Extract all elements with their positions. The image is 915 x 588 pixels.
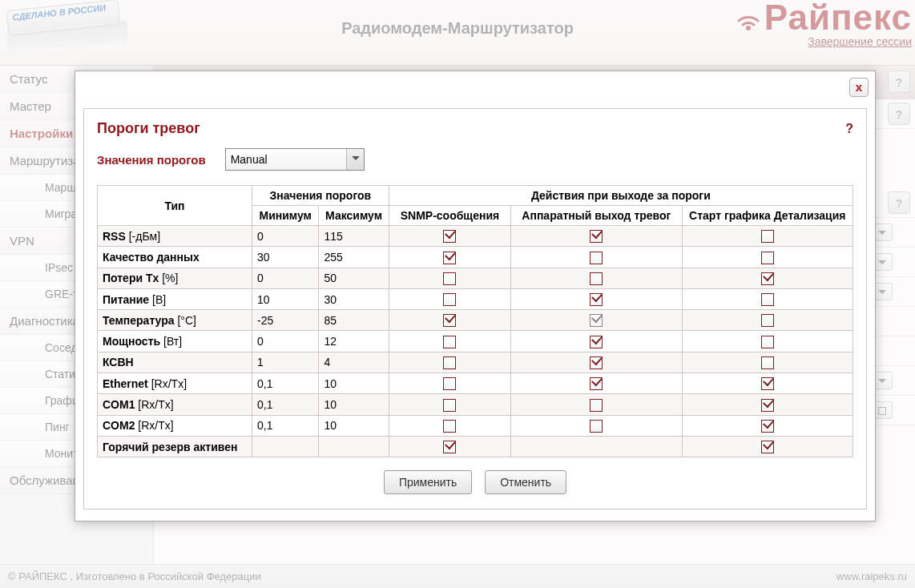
cell-min: 30	[252, 247, 319, 268]
cell-min	[252, 436, 319, 457]
cancel-button[interactable]: Отменить	[485, 470, 566, 494]
checkbox[interactable]	[590, 420, 603, 433]
cell-max: 10	[319, 394, 389, 415]
table-row: RSS [-дБм]0115	[98, 226, 853, 247]
footer-site: www.raipeks.ru	[836, 565, 907, 588]
close-button[interactable]: x	[849, 78, 869, 97]
cell-detail	[682, 394, 853, 415]
close-icon: x	[856, 80, 862, 94]
checkbox[interactable]	[443, 356, 456, 369]
checkbox[interactable]	[443, 420, 456, 433]
cell-snmp	[389, 436, 510, 457]
col-max: Максимум	[319, 206, 389, 226]
checkbox[interactable]	[761, 336, 774, 348]
footer: © РАЙПЕКС , Изготовлено в Российской Фед…	[0, 564, 915, 588]
cell-hw	[511, 268, 682, 288]
checkbox[interactable]	[443, 230, 456, 243]
cell-type: КСВН	[98, 352, 252, 373]
checkbox[interactable]	[761, 230, 774, 243]
checkbox[interactable]	[590, 230, 603, 243]
checkbox[interactable]	[590, 377, 603, 390]
checkbox[interactable]	[443, 252, 456, 264]
checkbox[interactable]	[443, 314, 456, 327]
cell-detail	[682, 310, 853, 331]
cell-type: RSS [-дБм]	[98, 226, 252, 247]
checkbox[interactable]	[443, 272, 456, 285]
help-button[interactable]: ?	[888, 103, 910, 125]
cell-snmp	[389, 268, 510, 288]
checkbox[interactable]	[443, 399, 456, 412]
cell-hw	[511, 247, 682, 268]
cell-max: 12	[319, 331, 389, 352]
cell-type: Ethernet [Rx/Tx]	[98, 373, 252, 394]
cell-detail	[682, 373, 853, 394]
help-button[interactable]: ?	[888, 70, 910, 93]
svg-point-0	[746, 26, 751, 30]
checkbox[interactable]	[590, 314, 603, 327]
cell-hw	[511, 394, 682, 415]
checkbox[interactable]	[443, 377, 456, 390]
cell-hw	[511, 436, 682, 457]
dialog-title: Пороги тревог	[97, 120, 200, 137]
cell-min: 0	[252, 268, 319, 288]
help-button[interactable]: ?	[888, 191, 910, 214]
cell-min: 0	[252, 226, 319, 247]
checkbox[interactable]	[761, 293, 774, 306]
cell-detail	[682, 352, 853, 373]
checkbox[interactable]	[761, 420, 774, 433]
checkbox[interactable]	[443, 336, 456, 348]
cell-type: Мощность [Вт]	[98, 331, 252, 352]
cell-snmp	[389, 226, 510, 247]
checkbox[interactable]	[590, 399, 603, 412]
cell-max: 50	[319, 268, 389, 288]
checkbox[interactable]	[590, 336, 603, 348]
cell-min: -25	[252, 310, 319, 331]
checkbox[interactable]	[590, 293, 603, 306]
checkbox[interactable]	[761, 377, 774, 390]
dialog-help-link[interactable]: ?	[845, 122, 853, 136]
table-row: Качество данных30255	[98, 247, 853, 268]
table-row: Мощность [Вт]012	[98, 331, 853, 352]
cell-hw	[511, 331, 682, 352]
cell-type: COM2 [Rx/Tx]	[98, 415, 252, 436]
cell-min: 0,1	[252, 373, 319, 394]
checkbox[interactable]	[443, 441, 456, 453]
cell-min: 0	[252, 331, 319, 352]
cell-max: 4	[319, 352, 389, 373]
cell-snmp	[389, 373, 510, 394]
thresholds-mode-select[interactable]: Manual	[225, 148, 365, 171]
cell-detail	[682, 288, 853, 309]
checkbox[interactable]	[590, 252, 603, 264]
cell-max: 255	[319, 247, 389, 268]
cell-snmp	[389, 394, 510, 415]
checkbox[interactable]	[443, 293, 456, 306]
checkbox[interactable]	[590, 272, 603, 285]
table-row: Ethernet [Rx/Tx]0,110	[98, 373, 853, 394]
checkbox[interactable]	[761, 272, 774, 285]
cell-type: Потери Tx [%]	[98, 268, 252, 288]
cell-max: 10	[319, 373, 389, 394]
thresholds-table: Тип Значения порогов Действия при выходе…	[97, 185, 853, 457]
checkbox[interactable]	[761, 356, 774, 369]
checkbox[interactable]	[590, 356, 603, 369]
cell-detail	[682, 247, 853, 268]
checkbox[interactable]	[761, 441, 774, 453]
table-row: COM1 [Rx/Tx]0,110	[98, 394, 853, 415]
table-row: Потери Tx [%]050	[98, 268, 853, 288]
table-row: Горячий резерв активен	[98, 436, 853, 457]
cell-detail	[682, 268, 853, 288]
checkbox[interactable]	[761, 314, 774, 327]
checkbox[interactable]	[761, 252, 774, 264]
cell-max: 10	[319, 415, 389, 436]
cell-detail	[682, 436, 853, 457]
cell-hw	[511, 373, 682, 394]
apply-button[interactable]: Применить	[384, 470, 472, 494]
cell-type: Качество данных	[98, 247, 252, 268]
table-row: КСВН14	[98, 352, 853, 373]
thresholds-mode-label: Значения порогов	[97, 153, 206, 167]
cell-max: 30	[319, 288, 389, 309]
cell-hw	[511, 415, 682, 436]
logout-link[interactable]: Завершение сессии	[732, 35, 912, 48]
cell-type: Питание [В]	[98, 288, 252, 309]
checkbox[interactable]	[761, 399, 774, 412]
